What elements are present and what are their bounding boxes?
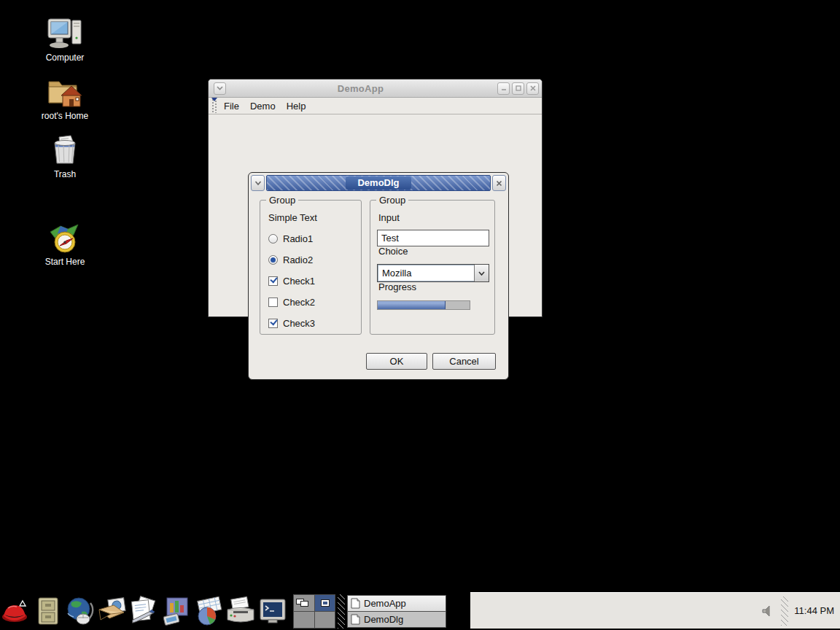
desktop-icon-computer[interactable]: Computer <box>25 18 105 63</box>
combobox-dropdown-button[interactable] <box>474 265 489 281</box>
desktop-icon-label: Trash <box>25 169 105 179</box>
menu-demo[interactable]: Demo <box>250 98 276 114</box>
email-icon <box>96 596 128 626</box>
launcher-web-browser[interactable] <box>64 594 96 628</box>
computer-icon <box>46 18 84 50</box>
demodlg-dialog: DemoDlg Group Simple Text Radio1 Radio2 <box>248 172 509 380</box>
dialog-menu-button[interactable] <box>251 175 265 191</box>
window-list-item-demodlg[interactable]: DemoDlg <box>347 611 446 628</box>
dialog-body: Group Simple Text Radio1 Radio2 Check1 <box>251 191 506 376</box>
maximize-button[interactable] <box>512 82 524 95</box>
clock-drag-handle[interactable] <box>781 596 788 626</box>
demodlg-titlebar[interactable]: DemoDlg <box>251 175 506 191</box>
demoapp-titlebar[interactable]: DemoApp <box>209 79 542 98</box>
check3-option[interactable]: Check3 <box>268 318 355 328</box>
spreadsheet-icon <box>192 596 225 626</box>
launcher-printer[interactable] <box>225 594 257 628</box>
word-processor-icon <box>128 596 160 626</box>
progress-fill <box>378 301 446 309</box>
choice-combobox[interactable]: Mozilla <box>377 264 489 282</box>
dialog-title-area: DemoDlg <box>266 175 491 191</box>
window-list-drag-handle[interactable] <box>338 594 345 629</box>
menubar: File Demo Help <box>209 98 542 114</box>
chevron-down-icon <box>217 86 223 90</box>
launcher-word-processor[interactable] <box>128 594 160 628</box>
workspace-switcher[interactable] <box>293 594 335 629</box>
launcher-presentation[interactable] <box>160 594 192 628</box>
minimize-icon <box>501 85 507 91</box>
input-label: Input <box>378 212 400 223</box>
progress-bar <box>377 300 470 310</box>
workspace-1[interactable] <box>294 595 314 611</box>
window-title: DemoApp <box>226 83 495 94</box>
menu-file[interactable]: File <box>224 98 239 114</box>
panel-right-section: 11:44 PM <box>470 592 840 630</box>
check1-option[interactable]: Check1 <box>268 276 355 286</box>
dialog-button-row: OK Cancel <box>251 353 506 370</box>
checkbox-icon[interactable] <box>268 276 278 286</box>
window-list-item-demoapp[interactable]: DemoApp <box>347 595 446 612</box>
checkbox-icon[interactable] <box>268 298 278 307</box>
close-icon <box>530 85 536 91</box>
start-here-icon <box>47 222 82 254</box>
dialog-title: DemoDlg <box>346 176 411 190</box>
group-right: Group Input Choice Mozilla Progress <box>370 200 495 335</box>
printer-icon <box>225 596 257 626</box>
file-manager-icon <box>36 596 61 626</box>
cancel-button[interactable]: Cancel <box>432 353 496 370</box>
menu-drag-handle[interactable] <box>211 99 218 113</box>
redhat-menu-icon <box>1 596 31 626</box>
combobox-value: Mozilla <box>378 265 474 281</box>
desktop-icon-label: root's Home <box>25 111 105 121</box>
desktop-icon-label: Computer <box>25 52 105 63</box>
menu-help[interactable]: Help <box>287 98 306 114</box>
workspace-window-thumb <box>321 599 330 607</box>
desktop-icon-roots-home[interactable]: root's Home <box>25 76 105 121</box>
window-icon <box>351 598 360 609</box>
launcher-terminal[interactable] <box>257 594 289 628</box>
volume-button[interactable] <box>761 604 774 618</box>
workspace-4[interactable] <box>315 612 335 628</box>
desktop-icon-trash[interactable]: Trash <box>25 134 105 179</box>
simple-text-label: Simple Text <box>268 212 355 222</box>
close-icon <box>496 180 502 187</box>
home-folder-icon <box>47 76 83 108</box>
check2-option[interactable]: Check2 <box>268 297 355 307</box>
radio1-option[interactable]: Radio1 <box>268 233 355 244</box>
maximize-icon <box>516 85 521 91</box>
group-left-legend: Group <box>266 195 298 206</box>
launcher-file-manager[interactable] <box>32 594 64 628</box>
bottom-panel: DemoApp DemoDlg 11:44 PM <box>0 592 840 630</box>
desktop-icon-start-here[interactable]: Start Here <box>25 222 105 267</box>
minimize-button[interactable] <box>497 82 510 95</box>
main-menu-button[interactable] <box>0 594 32 628</box>
workspace-3[interactable] <box>294 612 314 628</box>
input-field[interactable] <box>377 230 489 246</box>
radio2-option[interactable]: Radio2 <box>268 254 355 265</box>
radio-icon[interactable] <box>268 234 278 244</box>
progress-label: Progress <box>378 281 416 292</box>
web-browser-icon <box>64 596 96 626</box>
speaker-icon <box>761 604 774 618</box>
launcher-email[interactable] <box>96 594 128 628</box>
trash-icon <box>49 134 81 166</box>
workspace-window-thumb <box>300 601 308 607</box>
radio-icon[interactable] <box>268 255 278 265</box>
group-right-legend: Group <box>376 195 408 206</box>
terminal-icon <box>258 597 287 625</box>
window-icon <box>351 614 360 625</box>
dialog-close-button[interactable] <box>492 175 506 191</box>
group-left: Group Simple Text Radio1 Radio2 Check1 <box>260 200 362 335</box>
window-menu-button[interactable] <box>214 82 226 95</box>
presentation-icon <box>161 596 192 626</box>
choice-label: Choice <box>378 246 408 257</box>
desktop-icon-label: Start Here <box>25 257 105 267</box>
launcher-spreadsheet[interactable] <box>192 594 225 628</box>
ok-button[interactable]: OK <box>366 353 427 370</box>
clock[interactable]: 11:44 PM <box>794 605 834 616</box>
window-list: DemoApp DemoDlg <box>347 595 446 628</box>
checkbox-icon[interactable] <box>268 319 278 328</box>
close-button[interactable] <box>526 82 539 95</box>
workspace-2-active[interactable] <box>315 595 335 611</box>
panel-left-section: DemoApp DemoDlg <box>0 592 470 630</box>
